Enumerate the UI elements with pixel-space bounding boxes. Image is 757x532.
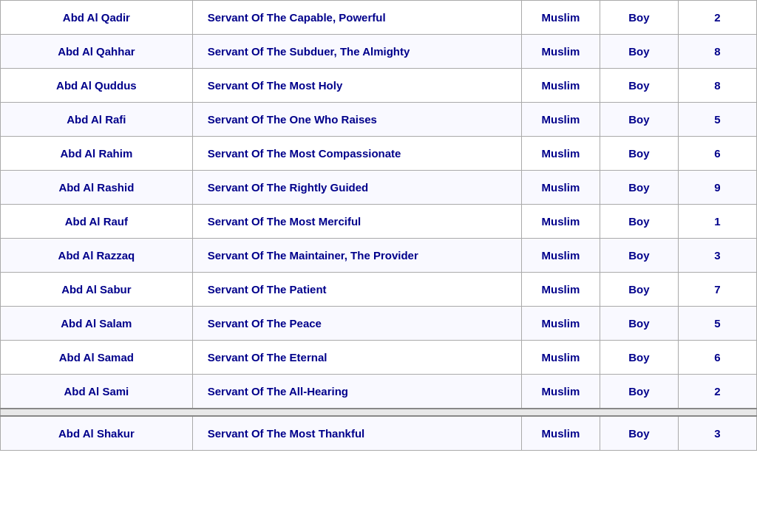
gender-cell: Boy [600, 239, 678, 273]
gender-cell: Boy [600, 137, 678, 171]
votes-cell: 2 [678, 1, 756, 35]
religion-cell: Muslim [521, 137, 600, 171]
votes-cell: 8 [678, 35, 756, 69]
meaning-cell: Servant Of The Eternal [192, 341, 521, 375]
votes-cell: 2 [678, 375, 756, 409]
votes-cell: 1 [678, 205, 756, 239]
names-table: Abd Al QadirServant Of The Capable, Powe… [0, 0, 757, 451]
name-cell: Abd Al Sabur [1, 273, 193, 307]
name-cell: Abd Al Salam [1, 307, 193, 341]
votes-cell: 7 [678, 273, 756, 307]
table-row: Abd Al QahharServant Of The Subduer, The… [1, 35, 757, 69]
table-row: Abd Al QadirServant Of The Capable, Powe… [1, 1, 757, 35]
votes-cell: 3 [678, 416, 756, 451]
table-row: Abd Al RashidServant Of The Rightly Guid… [1, 171, 757, 205]
name-cell: Abd Al Rauf [1, 205, 193, 239]
meaning-cell: Servant Of The Patient [192, 273, 521, 307]
table-row: Abd Al ShakurServant Of The Most Thankfu… [1, 416, 757, 451]
gender-cell: Boy [600, 416, 678, 451]
gender-cell: Boy [600, 69, 678, 103]
religion-cell: Muslim [521, 1, 600, 35]
name-cell: Abd Al Samad [1, 341, 193, 375]
table-row: Abd Al RafiServant Of The One Who Raises… [1, 103, 757, 137]
meaning-cell: Servant Of The Most Merciful [192, 205, 521, 239]
religion-cell: Muslim [521, 375, 600, 409]
table-row: Abd Al QuddusServant Of The Most HolyMus… [1, 69, 757, 103]
table-row: Abd Al SamiServant Of The All-HearingMus… [1, 375, 757, 409]
votes-cell: 5 [678, 103, 756, 137]
name-cell: Abd Al Qadir [1, 1, 193, 35]
religion-cell: Muslim [521, 341, 600, 375]
name-cell: Abd Al Rashid [1, 171, 193, 205]
religion-cell: Muslim [521, 273, 600, 307]
name-cell: Abd Al Shakur [1, 416, 193, 451]
gender-cell: Boy [600, 171, 678, 205]
religion-cell: Muslim [521, 239, 600, 273]
religion-cell: Muslim [521, 307, 600, 341]
gender-cell: Boy [600, 35, 678, 69]
meaning-cell: Servant Of The Most Thankful [192, 416, 521, 451]
meaning-cell: Servant Of The Maintainer, The Provider [192, 239, 521, 273]
meaning-cell: Servant Of The Most Compassionate [192, 137, 521, 171]
name-cell: Abd Al Razzaq [1, 239, 193, 273]
gender-cell: Boy [600, 205, 678, 239]
meaning-cell: Servant Of The Subduer, The Almighty [192, 35, 521, 69]
religion-cell: Muslim [521, 171, 600, 205]
religion-cell: Muslim [521, 205, 600, 239]
name-cell: Abd Al Sami [1, 375, 193, 409]
meaning-cell: Servant Of The All-Hearing [192, 375, 521, 409]
table-row: Abd Al RahimServant Of The Most Compassi… [1, 137, 757, 171]
name-cell: Abd Al Quddus [1, 69, 193, 103]
gender-cell: Boy [600, 307, 678, 341]
meaning-cell: Servant Of The Most Holy [192, 69, 521, 103]
votes-cell: 3 [678, 239, 756, 273]
table-row: Abd Al SamadServant Of The EternalMuslim… [1, 341, 757, 375]
religion-cell: Muslim [521, 69, 600, 103]
gender-cell: Boy [600, 103, 678, 137]
votes-cell: 8 [678, 69, 756, 103]
table-row: Abd Al SalamServant Of The PeaceMuslimBo… [1, 307, 757, 341]
gender-cell: Boy [600, 375, 678, 409]
table-row: Abd Al RazzaqServant Of The Maintainer, … [1, 239, 757, 273]
votes-cell: 9 [678, 171, 756, 205]
religion-cell: Muslim [521, 103, 600, 137]
name-cell: Abd Al Rahim [1, 137, 193, 171]
votes-cell: 5 [678, 307, 756, 341]
meaning-cell: Servant Of The One Who Raises [192, 103, 521, 137]
name-cell: Abd Al Rafi [1, 103, 193, 137]
name-cell: Abd Al Qahhar [1, 35, 193, 69]
meaning-cell: Servant Of The Peace [192, 307, 521, 341]
votes-cell: 6 [678, 341, 756, 375]
gender-cell: Boy [600, 1, 678, 35]
religion-cell: Muslim [521, 35, 600, 69]
religion-cell: Muslim [521, 416, 600, 451]
table-row: Abd Al SaburServant Of The PatientMuslim… [1, 273, 757, 307]
meaning-cell: Servant Of The Capable, Powerful [192, 1, 521, 35]
votes-cell: 6 [678, 137, 756, 171]
gender-cell: Boy [600, 341, 678, 375]
table-row: Abd Al RaufServant Of The Most MercifulM… [1, 205, 757, 239]
meaning-cell: Servant Of The Rightly Guided [192, 171, 521, 205]
gender-cell: Boy [600, 273, 678, 307]
